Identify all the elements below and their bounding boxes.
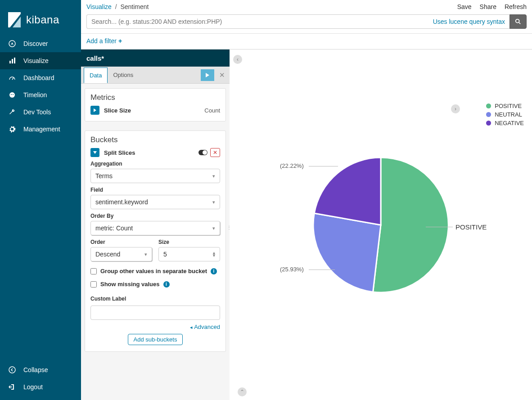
- metric-row: Slice Size Count: [90, 106, 220, 115]
- svg-line-10: [519, 22, 521, 24]
- nav-label: Collapse: [23, 366, 48, 373]
- topbar: Visualize / Sentiment Save Share Refresh: [81, 0, 532, 12]
- caret-down-icon: [93, 151, 97, 154]
- syntax-link[interactable]: Uses lucene query syntax: [429, 18, 505, 25]
- discard-button[interactable]: ✕: [214, 69, 230, 81]
- metrics-card: Metrics Slice Size Count: [85, 88, 226, 121]
- nav-discover[interactable]: Discover: [0, 35, 81, 52]
- nav-label: Discover: [23, 40, 48, 47]
- pie-slice-positive[interactable]: [373, 157, 448, 292]
- add-filter-link[interactable]: Add a filter+: [86, 37, 122, 45]
- nav-logout[interactable]: Logout: [0, 378, 81, 396]
- pie-label-positive: POSITIVE: [455, 223, 487, 231]
- index-pattern-header: calls*: [81, 49, 230, 67]
- lion-icon: [8, 91, 16, 99]
- nav-label: Logout: [23, 383, 43, 391]
- breadcrumb: Visualize / Sentiment: [86, 3, 149, 10]
- bar-chart-icon: [8, 57, 16, 65]
- custom-label-input[interactable]: [90, 306, 220, 320]
- size-input[interactable]: 5▲▼: [158, 247, 220, 261]
- nav-label: Dashboard: [23, 74, 54, 81]
- aggregation-select[interactable]: Terms▾: [90, 169, 220, 183]
- tab-data[interactable]: Data: [84, 67, 108, 83]
- legend-swatch: [486, 103, 491, 108]
- visualization-area: ‹ › ⌃ ⋮ POSITIVE NEUTRAL NEGATIVE: [230, 49, 532, 400]
- advanced-toggle[interactable]: Advanced: [90, 324, 220, 330]
- share-link[interactable]: Share: [480, 3, 496, 10]
- legend-item-positive[interactable]: POSITIVE: [486, 103, 524, 109]
- chevron-updown-icon: ▾: [212, 225, 215, 231]
- pie-slice-negative[interactable]: [314, 157, 381, 225]
- stepper-icon: ▲▼: [212, 252, 215, 257]
- legend-swatch: [486, 112, 491, 117]
- field-select[interactable]: sentiment.keyword▾: [90, 195, 220, 209]
- tab-options[interactable]: Options: [108, 67, 139, 82]
- nav-devtools[interactable]: Dev Tools: [0, 103, 81, 121]
- sidebar: kibana Discover Visualize Dashboard Time…: [0, 0, 81, 400]
- legend-toggle-button[interactable]: ›: [451, 104, 460, 113]
- apply-button[interactable]: [201, 69, 214, 81]
- config-tabs: Data Options ✕: [81, 67, 230, 84]
- config-panel: calls* Data Options ✕ Metrics Slice Size…: [81, 49, 230, 400]
- custom-label-label: Custom Label: [90, 296, 220, 302]
- close-icon: ✕: [213, 149, 217, 156]
- info-icon[interactable]: i: [163, 281, 170, 288]
- info-icon[interactable]: i: [211, 268, 217, 274]
- nav-label: Dev Tools: [23, 108, 51, 116]
- pie-slice-neutral[interactable]: [313, 213, 381, 292]
- svg-point-7: [13, 94, 14, 95]
- bucket-delete-button[interactable]: ✕: [210, 148, 220, 157]
- nav-visualize[interactable]: Visualize: [0, 52, 81, 69]
- nav-label: Visualize: [23, 57, 49, 64]
- chevron-down-icon: ▾: [212, 173, 215, 179]
- add-sub-buckets-button[interactable]: Add sub-buckets: [128, 334, 183, 345]
- orderby-select[interactable]: metric: Count▾: [90, 221, 220, 235]
- search-button[interactable]: [509, 14, 527, 29]
- main: Visualize / Sentiment Save Share Refresh…: [81, 0, 532, 400]
- metrics-title: Metrics: [90, 93, 220, 102]
- leader-line: [426, 227, 453, 227]
- add-filter-label: Add a filter: [86, 37, 117, 45]
- buckets-title: Buckets: [90, 135, 220, 144]
- collapse-icon: [8, 366, 16, 374]
- group-other-row[interactable]: Group other values in separate bucket i: [90, 268, 220, 274]
- svg-point-6: [11, 94, 12, 95]
- metric-toggle[interactable]: [90, 106, 99, 115]
- nav-collapse[interactable]: Collapse: [0, 361, 81, 378]
- split-slices-label: Split Slices: [104, 149, 135, 156]
- nav-dashboard[interactable]: Dashboard: [0, 69, 81, 86]
- show-missing-row[interactable]: Show missing values i: [90, 281, 220, 288]
- search-icon: [515, 18, 521, 25]
- svg-rect-3: [14, 58, 15, 63]
- save-link[interactable]: Save: [457, 3, 472, 10]
- group-other-label: Group other values in separate bucket: [100, 268, 207, 274]
- filter-bar: Add a filter+: [81, 33, 532, 49]
- chevron-updown-icon: ▾: [144, 252, 147, 257]
- svg-rect-2: [12, 59, 13, 63]
- legend-item-neutral[interactable]: NEUTRAL: [486, 111, 524, 118]
- brand-text: kibana: [26, 13, 59, 26]
- legend-item-negative[interactable]: NEGATIVE: [486, 120, 524, 126]
- vis-prev-button[interactable]: ‹: [233, 55, 242, 64]
- group-other-checkbox[interactable]: [90, 268, 97, 274]
- bucket-enable-switch[interactable]: [198, 150, 207, 155]
- bucket-toggle[interactable]: [90, 148, 99, 157]
- refresh-link[interactable]: Refresh: [505, 3, 527, 10]
- vis-up-button[interactable]: ⌃: [238, 387, 247, 396]
- nav-management[interactable]: Management: [0, 121, 81, 138]
- pie-label-neutral: (25.93%): [280, 266, 304, 273]
- slice-size-label: Slice Size: [104, 107, 131, 114]
- order-select[interactable]: Descend▾: [90, 247, 152, 261]
- play-icon: [205, 73, 210, 77]
- svg-point-9: [516, 19, 519, 23]
- breadcrumb-sep: /: [115, 3, 117, 10]
- nav-label: Timelion: [23, 91, 47, 99]
- search-input[interactable]: [91, 18, 429, 25]
- pie-chart[interactable]: (22.22%) POSITIVE (25.93%): [313, 157, 448, 292]
- breadcrumb-root[interactable]: Visualize: [86, 3, 112, 10]
- nav-timelion[interactable]: Timelion: [0, 86, 81, 103]
- gauge-icon: [8, 74, 16, 82]
- breadcrumb-current: Sentiment: [120, 3, 149, 10]
- show-missing-checkbox[interactable]: [90, 281, 97, 288]
- slice-size-value: Count: [204, 107, 220, 114]
